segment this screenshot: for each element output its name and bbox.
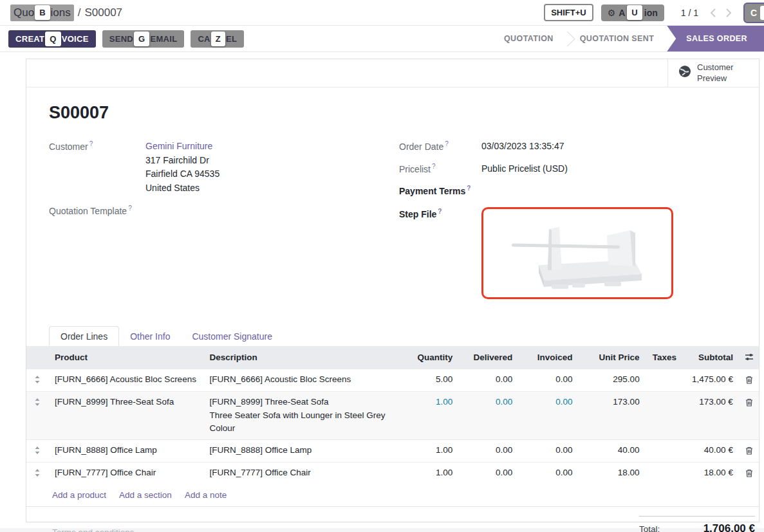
edge-cut-button[interactable]: C — [743, 3, 764, 23]
step-file-image-frame[interactable] — [481, 207, 673, 299]
cell-delivered[interactable]: 0.00 — [459, 440, 519, 463]
label-text: Pricelist — [399, 163, 431, 174]
order-line-row[interactable]: [FURN_6666] Acoustic Bloc Screens [FURN_… — [26, 369, 759, 392]
cell-taxes[interactable] — [646, 440, 682, 463]
action-menu-button[interactable]: ⚙AUion — [601, 5, 664, 21]
help-question-mark: ? — [445, 140, 449, 147]
cell-invoiced[interactable]: 0.00 — [519, 440, 579, 463]
cell-subtotal: 173.00 € — [682, 392, 740, 440]
cell-taxes[interactable] — [646, 392, 682, 440]
order-line-row[interactable]: [FURN_8888] Office Lamp [FURN_8888] Offi… — [26, 440, 759, 463]
record-pager: 1 / 1 — [681, 8, 698, 18]
cell-delivered[interactable]: 0.00 — [459, 369, 519, 392]
edge-cut-button-label: C — [750, 8, 757, 18]
gear-icon: ⚙ — [608, 8, 616, 18]
column-header-taxes[interactable]: Taxes — [646, 346, 682, 369]
cell-unit-price[interactable]: 40.00 — [579, 440, 646, 463]
pricelist-field-value[interactable]: Public Pricelist (USD) — [481, 162, 568, 176]
cell-delivered[interactable]: 0.00 — [459, 463, 519, 485]
send-email-label-post: EMAIL — [150, 34, 177, 44]
breadcrumb-record: S00007 — [84, 6, 122, 19]
cell-quantity[interactable]: 1.00 — [400, 392, 459, 440]
cell-delivered[interactable]: 0.00 — [459, 392, 519, 440]
description-line2: Three Seater Sofa with Lounger in Steel … — [209, 409, 393, 434]
send-email-button[interactable]: SENDGEMAIL — [102, 30, 185, 48]
drag-handle-icon[interactable] — [26, 392, 48, 440]
customer-preview-label: Customer Preview — [697, 62, 759, 84]
cell-taxes[interactable] — [646, 463, 682, 485]
delete-row-button[interactable] — [740, 369, 759, 392]
breadcrumb-text-post: ions — [51, 6, 71, 19]
cell-invoiced[interactable]: 0.00 — [519, 392, 579, 440]
drag-handle-icon[interactable] — [26, 440, 48, 463]
column-header-product[interactable]: Product — [48, 346, 203, 369]
create-invoice-button[interactable]: CREATQVOICE — [8, 30, 96, 48]
delete-row-button[interactable] — [740, 392, 759, 440]
description-line1: [FURN_8999] Three-Seat Sofa — [209, 397, 393, 407]
cell-quantity[interactable]: 1.00 — [400, 463, 459, 485]
tab-customer-signature[interactable]: Customer Signature — [181, 327, 283, 346]
cell-product[interactable]: [FURN_7777] Office Chair — [48, 463, 203, 485]
pager-next-button[interactable] — [726, 8, 732, 17]
pager-prev-button[interactable] — [710, 8, 716, 17]
cell-product[interactable]: [FURN_8999] Three-Seat Sofa — [48, 392, 203, 440]
create-invoice-label-pre: CREAT — [15, 34, 44, 44]
status-step-quotation[interactable]: QUOTATION — [491, 26, 566, 51]
breadcrumb-separator: / — [78, 6, 81, 19]
cell-description[interactable]: [FURN_7777] Office Chair — [203, 463, 400, 485]
cell-unit-price[interactable]: 18.00 — [579, 463, 646, 485]
optional-columns-button[interactable] — [740, 346, 759, 369]
delete-row-button[interactable] — [740, 463, 759, 485]
hint-key-badge: Q — [45, 32, 61, 46]
terms-and-conditions-placeholder[interactable]: Terms and conditions... — [52, 516, 142, 532]
breadcrumb-quotations-link[interactable]: QuoBions — [10, 5, 74, 21]
add-a-section-link[interactable]: Add a section — [119, 490, 172, 500]
step-file-3d-preview — [487, 215, 667, 292]
column-header-invoiced[interactable]: Invoiced — [519, 346, 579, 369]
action-label-post: ion — [644, 8, 658, 18]
column-header-unit-price[interactable]: Unit Price — [579, 346, 646, 369]
tab-other-info[interactable]: Other Info — [119, 327, 181, 346]
cell-description[interactable]: [FURN_6666] Acoustic Bloc Screens — [203, 369, 400, 392]
column-header-delivered[interactable]: Delivered — [459, 346, 519, 369]
add-a-product-link[interactable]: Add a product — [52, 490, 106, 500]
cell-product[interactable]: [FURN_8888] Office Lamp — [48, 440, 203, 463]
cell-quantity[interactable]: 5.00 — [400, 369, 459, 392]
order-line-row[interactable]: [FURN_7777] Office Chair [FURN_7777] Off… — [26, 463, 759, 485]
delete-row-button[interactable] — [740, 440, 759, 463]
topbar-controls: SHIFT+U ⚙AUion 1 / 1 C — [544, 3, 764, 23]
cell-unit-price[interactable]: 295.00 — [579, 369, 646, 392]
cell-description[interactable]: [FURN_8999] Three-Seat Sofa Three Seater… — [203, 392, 400, 440]
cancel-label-pre: CA — [198, 34, 210, 44]
drag-handle-icon[interactable] — [26, 463, 48, 485]
help-question-mark: ? — [128, 205, 132, 212]
column-header-quantity[interactable]: Quantity — [400, 346, 459, 369]
cell-quantity[interactable]: 1.00 — [400, 440, 459, 463]
cell-description[interactable]: [FURN_8888] Office Lamp — [203, 440, 400, 463]
customer-address-line: Fairfield CA 94535 — [145, 167, 219, 181]
cell-taxes[interactable] — [646, 369, 682, 392]
column-header-description[interactable]: Description — [203, 346, 400, 369]
column-header-subtotal[interactable]: Subtotal — [682, 346, 740, 369]
customer-field-label: Customer? — [49, 140, 145, 196]
order-date-field-value[interactable]: 03/03/2023 13:35:47 — [481, 140, 564, 154]
status-step-sales-order[interactable]: SALES ORDER — [667, 26, 764, 51]
payment-terms-field-label: Payment Terms? — [399, 184, 481, 196]
statusbar: QUOTATION QUOTATION SENT SALES ORDER — [491, 26, 764, 51]
customer-field-value: Gemini Furniture 317 Fairchild Dr Fairfi… — [145, 140, 219, 196]
tab-order-lines[interactable]: Order Lines — [49, 326, 119, 346]
order-line-row[interactable]: [FURN_8999] Three-Seat Sofa [FURN_8999] … — [26, 392, 759, 440]
cell-product[interactable]: [FURN_6666] Acoustic Bloc Screens — [48, 369, 203, 392]
drag-handle-icon[interactable] — [26, 369, 48, 392]
help-question-mark: ? — [467, 185, 471, 192]
status-step-quotation-sent[interactable]: QUOTATION SENT — [567, 26, 667, 51]
cancel-button[interactable]: CAZEL — [191, 30, 244, 48]
add-a-note-link[interactable]: Add a note — [185, 490, 227, 500]
customer-address-line: 317 Fairchild Dr — [145, 154, 219, 168]
cell-unit-price[interactable]: 173.00 — [579, 392, 646, 440]
cell-invoiced[interactable]: 0.00 — [519, 369, 579, 392]
customer-link[interactable]: Gemini Furniture — [145, 141, 212, 151]
cell-invoiced[interactable]: 0.00 — [519, 463, 579, 485]
help-question-mark: ? — [438, 208, 442, 215]
customer-preview-button[interactable]: Customer Preview — [667, 59, 759, 87]
